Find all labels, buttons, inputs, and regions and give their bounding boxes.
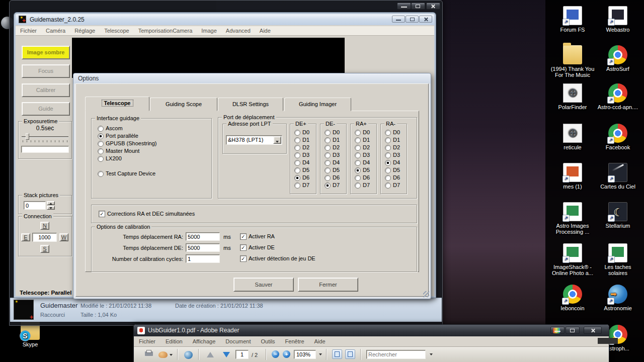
north-button[interactable]: N — [40, 222, 49, 230]
west-button[interactable]: W — [59, 233, 68, 241]
radio-de-plus-d2[interactable]: D2 — [294, 144, 309, 151]
guidemaster-close-button[interactable] — [419, 16, 432, 23]
south-button[interactable]: S — [40, 245, 49, 253]
tab-guiding-imager[interactable]: Guiding Imager — [284, 98, 351, 111]
calibrate-button[interactable]: Calibrer — [22, 83, 70, 97]
desktop-icon-les-taches-solaires[interactable]: Les taches solaires — [596, 243, 640, 276]
menu-image[interactable]: Image — [197, 28, 221, 34]
activate-de-checkbox[interactable]: Activer DE — [240, 244, 275, 251]
radio-ra-minus-d4[interactable]: D4 — [385, 159, 400, 166]
zoom-level-combobox[interactable]: 103% — [294, 350, 316, 359]
backlash-detection-checkbox[interactable]: Activer détection de jeu DE — [240, 255, 315, 262]
desktop-icon-thank-you-folder[interactable]: (1994) Thank You For The Music — [550, 45, 595, 78]
menu-reglage[interactable]: Réglage — [70, 28, 100, 34]
document-close-button[interactable] — [593, 338, 603, 344]
radio-de-plus-d1[interactable]: D1 — [294, 137, 309, 143]
desktop-icon-stellarium[interactable]: Stellarium — [596, 202, 640, 229]
close-dialog-button[interactable]: Fermer — [298, 278, 358, 292]
menu-edition[interactable]: Edition — [160, 338, 188, 344]
fit-width-button[interactable] — [332, 349, 342, 359]
menu-fichier[interactable]: Fichier — [16, 28, 41, 34]
menu-outils[interactable]: Outils — [256, 338, 280, 344]
resize-grip[interactable] — [423, 291, 429, 297]
radio-de-minus-d6[interactable]: D6 — [325, 174, 340, 181]
desktop-icon-polarfinder[interactable]: ⊕PolarFinder — [550, 83, 595, 110]
radio-ra-plus-d7[interactable]: D7 — [355, 182, 370, 189]
page-number-input[interactable] — [235, 350, 249, 359]
search-input[interactable] — [366, 350, 426, 359]
desktop-icon-facebook[interactable]: Facebook — [596, 124, 640, 150]
activate-ra-checkbox[interactable]: Activer RA — [240, 233, 275, 240]
radio-ra-minus-d5[interactable]: D5 — [385, 167, 400, 173]
stack-spin-down[interactable] — [47, 206, 55, 210]
zoom-out-button[interactable]: − — [272, 350, 279, 358]
menu-temporisationcamera[interactable]: TemporisationCamera — [134, 28, 197, 34]
radio-ra-plus-d5[interactable]: D5 — [355, 167, 370, 173]
radio-lx200[interactable]: LX200 — [98, 155, 122, 162]
menu-document[interactable]: Document — [220, 338, 256, 344]
email-button[interactable] — [157, 349, 174, 360]
guide-button[interactable]: Guide — [22, 102, 70, 116]
radio-de-plus-d4[interactable]: D4 — [294, 159, 309, 166]
radio-ra-plus-d2[interactable]: D2 — [355, 144, 370, 151]
dark-frame-button[interactable]: Image sombre — [22, 46, 70, 59]
radio-de-plus-d0[interactable]: D0 — [294, 129, 309, 136]
combo-dropdown-button[interactable] — [273, 136, 281, 144]
desktop-icon-mes[interactable]: mes (1) — [550, 163, 595, 190]
desktop-icon-webastro[interactable]: Webastro — [596, 6, 640, 33]
radio-ra-plus-d3[interactable]: D3 — [355, 152, 370, 158]
adobe-maximize-button[interactable] — [566, 327, 580, 334]
corrections-checkbox[interactable]: Corrections RA et DEC simultanées — [99, 211, 195, 217]
ra-move-time-input[interactable] — [186, 232, 220, 241]
radio-ra-minus-d1[interactable]: D1 — [385, 137, 400, 143]
exposure-slider-thumb[interactable] — [26, 133, 29, 140]
stack-spin-up[interactable] — [47, 201, 55, 205]
menu-fenetre[interactable]: Fenêtre — [280, 338, 309, 344]
menu-aide[interactable]: Aide — [309, 338, 331, 344]
adobe-minimize-button[interactable] — [550, 327, 565, 334]
radio-de-minus-d1[interactable]: D1 — [325, 137, 340, 143]
radio-de-minus-d3[interactable]: D3 — [325, 152, 340, 158]
tab-dlsr-settings[interactable]: DLSR Settings — [218, 98, 283, 111]
radio-de-plus-d3[interactable]: D3 — [294, 152, 309, 158]
previous-page-button[interactable] — [204, 349, 216, 360]
tab-guiding-scope[interactable]: Guiding Scope — [150, 98, 217, 111]
adobe-titlebar[interactable]: UsbGuider1.0.pdf - Adobe Reader — [134, 325, 609, 336]
desktop-icon-astrosurf[interactable]: AstroSurf — [596, 45, 640, 72]
collaborate-button[interactable] — [182, 349, 194, 360]
stack-count-input[interactable] — [24, 201, 46, 210]
desktop-icon-astro-images-processing[interactable]: Astro Images Processing ... — [550, 202, 595, 235]
menu-fichier[interactable]: Fichier — [134, 338, 160, 344]
radio-ra-minus-d3[interactable]: D3 — [385, 152, 400, 158]
explorer-close-button[interactable] — [426, 3, 440, 10]
radio-de-plus-d6[interactable]: D6 — [294, 174, 309, 181]
desktop-icon-leboncoin[interactable]: leboncoin — [550, 285, 595, 311]
radio-ra-minus-d0[interactable]: D0 — [385, 129, 400, 136]
desktop-icon-forum-fs[interactable]: Forum FS — [550, 6, 595, 33]
desktop-icon-imageshack[interactable]: ImageShack® - Online Photo a... — [550, 243, 595, 276]
radio-ra-plus-d4[interactable]: D4 — [355, 159, 370, 166]
print-button[interactable] — [143, 349, 155, 360]
focus-button[interactable]: Focus — [22, 64, 70, 78]
fit-page-button[interactable] — [345, 349, 355, 359]
guidemaster-maximize-button[interactable] — [406, 16, 419, 23]
radio-de-minus-d2[interactable]: D2 — [325, 144, 340, 151]
radio-ascom[interactable]: Ascom — [98, 125, 123, 132]
radio-de-plus-d7[interactable]: D7 — [294, 182, 309, 189]
guidemaster-titlebar[interactable]: Guidemaster_2.0.25 — [16, 14, 434, 25]
radio-de-minus-d4[interactable]: D4 — [325, 159, 340, 166]
menu-aide[interactable]: Aide — [255, 28, 275, 34]
next-page-button[interactable] — [220, 349, 232, 360]
desktop-icon-astro-ccd-apn[interactable]: Astro-ccd-apn.... — [596, 83, 640, 110]
desktop-icon-cartes-du-ciel[interactable]: Cartes du Ciel — [596, 163, 640, 190]
radio-ra-minus-d6[interactable]: D6 — [385, 174, 400, 181]
calibration-cycles-input[interactable] — [186, 254, 220, 263]
desktop-icon-reticule[interactable]: ⊕reticule — [550, 124, 595, 150]
move-duration-input[interactable] — [32, 233, 57, 242]
adobe-close-button[interactable] — [584, 327, 602, 334]
menu-camera[interactable]: Caméra — [41, 28, 70, 34]
desktop-icon-astronomie[interactable]: Astronomie — [596, 285, 640, 311]
de-move-time-input[interactable] — [186, 243, 220, 252]
explorer-minimize-button[interactable] — [397, 3, 411, 10]
radio-de-minus-d0[interactable]: D0 — [325, 129, 340, 136]
